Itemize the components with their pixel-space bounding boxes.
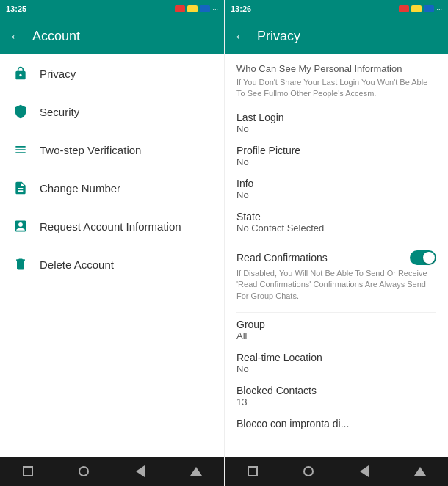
menu-item-delete-account[interactable]: Delete Account bbox=[0, 245, 224, 283]
last-login-item[interactable]: Last Login No bbox=[236, 112, 436, 134]
real-time-location-value: No bbox=[236, 363, 436, 374]
shield-icon bbox=[12, 103, 29, 120]
blocked-contacts-label: Blocked Contacts bbox=[236, 385, 436, 396]
nav-circle-left[interactable] bbox=[77, 465, 90, 478]
menu-item-privacy[interactable]: Privacy bbox=[0, 54, 224, 93]
info-value: No bbox=[236, 189, 436, 200]
header-left: ← Account bbox=[0, 18, 224, 54]
who-can-see-section: Who Can See My Personal Information If Y… bbox=[236, 63, 436, 100]
back-button-left[interactable]: ← bbox=[9, 28, 24, 45]
menu-item-two-step[interactable]: Two-step Verification bbox=[0, 131, 224, 169]
time-left: 13:25 bbox=[6, 4, 26, 13]
real-time-location-item[interactable]: Real-time Location No bbox=[236, 352, 436, 374]
menu-item-change-number[interactable]: Change Number bbox=[0, 169, 224, 207]
menu-item-request-info[interactable]: Request Account Information bbox=[0, 207, 224, 245]
header-title-left: Account bbox=[32, 29, 80, 44]
status-bar-right: 13:26 ··· bbox=[225, 0, 448, 18]
group-value: All bbox=[236, 330, 436, 341]
state-label: State bbox=[236, 211, 436, 222]
red-icon bbox=[175, 5, 185, 12]
nav-back-left[interactable] bbox=[134, 465, 147, 478]
state-item[interactable]: State No Contact Selected bbox=[236, 211, 436, 233]
read-confirmations-label: Read Confirmations bbox=[236, 252, 328, 264]
read-confirmations-toggle[interactable] bbox=[410, 250, 436, 265]
blocked-contacts-item[interactable]: Blocked Contacts 13 bbox=[236, 385, 436, 407]
who-can-see-desc: If You Don't Share Your Last Login You W… bbox=[236, 77, 436, 100]
status-icons-right: ··· bbox=[399, 5, 442, 12]
real-time-location-label: Real-time Location bbox=[236, 352, 436, 363]
read-confirmations-desc: If Disabled, You Will Not Be Able To Sen… bbox=[236, 268, 436, 302]
status-bar-left: 13:25 ··· bbox=[0, 0, 224, 18]
privacy-content: Who Can See My Personal Information If Y… bbox=[225, 54, 448, 457]
last-login-value: No bbox=[236, 123, 436, 134]
yellow-icon bbox=[187, 5, 198, 12]
document-icon bbox=[12, 179, 29, 197]
nav-bar-left bbox=[0, 457, 224, 486]
last-login-label: Last Login bbox=[236, 112, 436, 123]
dots-grid-icon bbox=[12, 141, 29, 159]
red-icon-right bbox=[399, 5, 409, 12]
info-label: Info bbox=[236, 178, 436, 189]
read-confirmations-row: Read Confirmations bbox=[236, 250, 436, 265]
menu-label-two-step: Two-step Verification bbox=[40, 144, 141, 156]
blocco-impronta-item[interactable]: Blocco con impronta di... bbox=[236, 418, 436, 429]
group-item[interactable]: Group All bbox=[236, 319, 436, 341]
profile-picture-item[interactable]: Profile Picture No bbox=[236, 145, 436, 167]
divider-1 bbox=[236, 244, 436, 244]
menu-label-request-info: Request Account Information bbox=[40, 220, 181, 233]
read-confirmations-item[interactable]: Read Confirmations If Disabled, You Will… bbox=[236, 250, 436, 302]
header-title-right: Privacy bbox=[257, 29, 300, 44]
divider-2 bbox=[236, 312, 436, 313]
menu-label-security: Security bbox=[40, 106, 79, 118]
more-dots: ··· bbox=[212, 5, 218, 12]
group-label: Group bbox=[236, 319, 436, 330]
nav-circle-right[interactable] bbox=[302, 465, 315, 478]
blocked-contacts-value: 13 bbox=[236, 396, 436, 407]
menu-label-delete-account: Delete Account bbox=[40, 258, 114, 271]
nav-square-left[interactable] bbox=[21, 465, 35, 478]
profile-picture-label: Profile Picture bbox=[236, 145, 436, 156]
info-item[interactable]: Info No bbox=[236, 178, 436, 200]
time-right: 13:26 bbox=[231, 4, 251, 13]
profile-picture-value: No bbox=[236, 156, 436, 167]
blue-icon-right bbox=[424, 5, 434, 12]
header-right: ← Privacy bbox=[225, 18, 448, 54]
state-value: No Contact Selected bbox=[236, 222, 436, 233]
menu-list: Privacy Security Two-step Verification bbox=[0, 54, 224, 457]
lock-icon bbox=[12, 65, 29, 82]
nav-back-right[interactable] bbox=[358, 465, 371, 478]
who-can-see-title: Who Can See My Personal Information bbox=[236, 63, 436, 74]
nav-up-left[interactable] bbox=[189, 465, 203, 478]
toggle-knob bbox=[423, 252, 435, 264]
document-alt-icon bbox=[12, 217, 29, 235]
blue-icon bbox=[200, 5, 210, 12]
menu-item-security[interactable]: Security bbox=[0, 93, 224, 131]
menu-label-privacy: Privacy bbox=[40, 68, 76, 80]
nav-up-right[interactable] bbox=[413, 465, 427, 478]
menu-label-change-number: Change Number bbox=[40, 182, 120, 195]
status-icons-left: ··· bbox=[175, 5, 218, 12]
nav-square-right[interactable] bbox=[246, 465, 259, 478]
back-button-right[interactable]: ← bbox=[234, 28, 248, 45]
more-dots-right: ··· bbox=[436, 5, 442, 12]
trash-icon bbox=[12, 255, 29, 273]
blocco-impronta-label: Blocco con impronta di... bbox=[236, 418, 436, 429]
nav-bar-right bbox=[225, 457, 448, 486]
yellow-icon-right bbox=[411, 5, 422, 12]
